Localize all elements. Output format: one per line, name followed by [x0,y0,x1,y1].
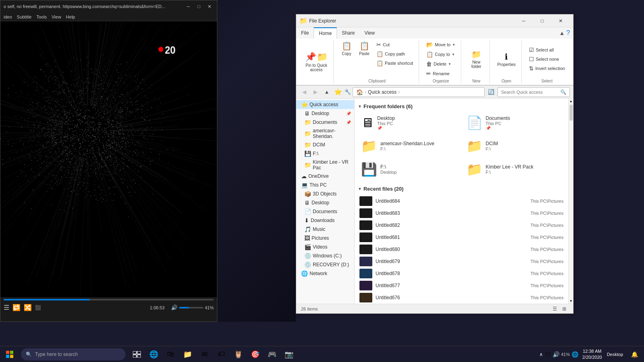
notification-button[interactable]: 🔔 [628,346,641,362]
rename-button[interactable]: ✏ Rename [424,69,452,78]
sidebar-item-documents2[interactable]: 📄 Documents [296,207,354,216]
folder-item-kimber[interactable]: 📁 Kimber Lee - VR Pack F:\ [463,159,566,179]
sidebar-item-thispc[interactable]: 💻 This PC [296,181,354,189]
edge-button[interactable]: 🌐 [146,346,162,362]
volume-icon[interactable]: 🔊 [171,304,178,311]
search-box[interactable]: 🔍 [497,87,570,97]
file-item[interactable]: Untitled678 This PC\Pictures [358,267,565,280]
network-taskbar-icon[interactable]: 🌐 [572,351,578,358]
scrollbar[interactable]: ▲ ▼ [568,99,573,304]
tab-view[interactable]: View [359,27,380,39]
tiles-view-button[interactable]: ⊞ [560,305,568,313]
select-none-button[interactable]: ☐ Select none [526,55,568,64]
address-bar[interactable]: 🏠 › Quick access › [353,87,485,97]
file-item[interactable]: Untitled679 This PC\Pictures [358,255,565,267]
help-icon[interactable]: ? [566,29,570,37]
file-item[interactable]: Untitled681 This PC\Pictures [358,231,565,243]
tab-home[interactable]: Home [314,27,337,39]
move-to-button[interactable]: 📂 Move to ▼ [424,40,458,49]
delete-button[interactable]: 🗑 Delete ▼ [424,60,454,68]
progress-bar[interactable] [4,299,214,300]
details-view-button[interactable]: ☰ [551,305,559,313]
file-item[interactable]: Untitled684 This PC\Pictures [358,195,565,207]
file-item[interactable]: Untitled677 This PC\Pictures [358,280,565,292]
properties-button[interactable]: ℹ Properties [495,51,518,68]
folder-item-f-drive[interactable]: 💾 F:\ Desktop [358,159,460,179]
norton-icon[interactable]: 🛡 [545,351,551,358]
playlist-button[interactable]: ☰ [4,304,9,311]
sidebar-item-desktop[interactable]: 🖥 Desktop 📌 [296,109,354,118]
recent-locations-icon[interactable]: ⭐ [334,88,342,96]
cut-button[interactable]: ✂ Cut [374,40,415,49]
file-item[interactable]: Untitled683 This PC\Pictures [358,207,565,219]
forward-button[interactable]: ▶ [311,87,320,97]
fe-maximize-button[interactable]: □ [533,14,551,27]
copy-path-button[interactable]: 📋 Copy path [374,49,415,58]
sidebar-item-desktop2[interactable]: 🖥 Desktop [296,198,354,207]
menu-help[interactable]: Help [66,14,75,19]
toolbar-icon[interactable]: 🔧 [345,89,351,95]
minimize-button[interactable]: ─ [184,2,193,11]
paste-shortcut-button[interactable]: 📋 Paste shortcut [374,59,415,68]
scroll-thumb[interactable] [570,105,573,121]
folder-item-dcim[interactable]: 📁 DCIM F:\ [463,136,566,156]
maximize-button[interactable]: □ [194,2,203,11]
sidebar-item-music[interactable]: 🎵 Music [296,225,354,234]
tab-share[interactable]: Share [337,27,359,39]
taskview-button[interactable] [129,346,145,362]
copy-to-button[interactable]: 📋 Copy to ▼ [424,50,457,59]
camera-button[interactable]: 📷 [281,346,297,362]
refresh-button[interactable]: 🔄 [486,87,496,97]
taskbar-search[interactable]: 🔍 Type here to search [21,348,126,360]
menu-video[interactable]: ideo [4,14,12,19]
fe-close-button[interactable]: ✕ [551,14,570,27]
shuffle-button[interactable]: 🔀 [24,304,32,311]
copy-button[interactable]: 📋 Copy [339,40,355,57]
sidebar-item-fbackslash[interactable]: 💾 F:\ [296,149,354,158]
scroll-down-btn[interactable]: ▼ [569,299,573,303]
sidebar-item-documents[interactable]: 📁 Documents 📌 [296,118,354,127]
file-item[interactable]: Untitled682 This PC\Pictures [358,219,565,231]
search-input[interactable] [501,90,559,95]
sidebar-item-dcim[interactable]: 📁 DCIM [296,140,354,149]
loop-button[interactable]: 🔁 [12,304,21,311]
menu-tools[interactable]: Tools [37,14,47,19]
chevron-up-icon[interactable]: ∧ [539,352,543,357]
sidebar-item-videos[interactable]: 🎬 Videos [296,243,354,251]
fe-minimize-button[interactable]: ─ [514,14,533,27]
volume-taskbar-icon[interactable]: 🔊 [553,351,559,358]
file-item[interactable]: Untitled676 This PC\Pictures [358,292,565,304]
folder-button[interactable]: 📁 [180,346,196,362]
sidebar-item-recovery-d[interactable]: 💿 RECOVERY (D:) [296,260,354,269]
frequent-folders-header[interactable]: ▼ Frequent folders (6) [358,102,565,113]
up-button[interactable]: ▲ [322,87,332,97]
sidebar-item-windows-c[interactable]: 💿 Windows (C:) [296,251,354,260]
mail-button[interactable]: ✉ [196,346,213,362]
menu-view[interactable]: View [52,14,61,19]
sidebar-item-pictures[interactable]: 🖼 Pictures [296,234,354,243]
file-item[interactable]: Untitled680 This PC\Pictures [358,243,565,255]
app7-button[interactable]: 🎯 [247,346,263,362]
store-button[interactable]: 🛍 [163,346,179,362]
sidebar-item-3dobjects[interactable]: 📦 3D Objects [296,189,354,198]
tab-file[interactable]: File [296,27,314,39]
folder-item-documents[interactable]: 📄 Documents This PC 📌 [463,113,566,133]
sidebar-item-downloads[interactable]: ⬇ Downloads [296,216,354,225]
folder-item-desktop[interactable]: 🖥 Desktop This PC 📌 [358,113,460,133]
back-button[interactable]: ◀ [299,87,309,97]
tripadvisor-button[interactable]: 🦉 [230,346,246,362]
invert-selection-button[interactable]: ⇅ Invert selection [526,64,568,73]
taskbar-time[interactable]: 12:38 AM 2/20/2020 [582,348,602,360]
menu-subtitle[interactable]: Subtitle [17,14,32,19]
start-button[interactable] [0,346,19,362]
recent-files-header[interactable]: ▼ Recent files (20) [358,184,565,195]
paste-button[interactable]: 📋 Paste [356,40,372,57]
sidebar-item-network[interactable]: 🌐 Network [296,269,354,278]
sidebar-item-kimber[interactable]: 📁 Kimber Lee - VR Pac [296,158,354,172]
stop-button[interactable]: ⬛ [35,305,41,311]
sidebar-item-americavr[interactable]: 📁 americavr-Sheridan. [296,127,354,140]
new-folder-button[interactable]: 📁 Newfolder [466,49,486,70]
ribbon-expand-icon[interactable]: ▲ [559,30,565,36]
pin-quick-access-button[interactable]: 📌 📁 Pin to Quickaccess [303,51,330,73]
sidebar-item-quick-access[interactable]: ⭐ Quick access [296,100,354,109]
